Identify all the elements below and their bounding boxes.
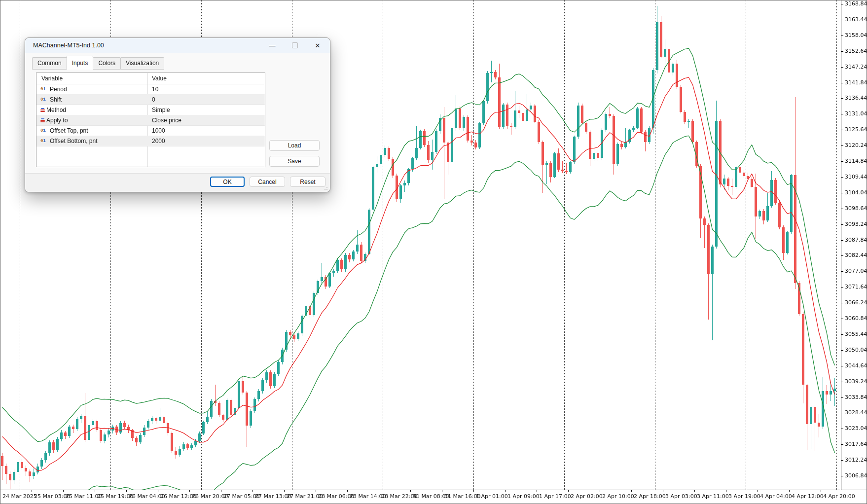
int-param-icon: 01 [40,97,48,102]
int-param-icon: 01 [40,139,48,144]
int-param-icon: 01 [40,128,48,133]
param-name: Period [50,86,67,93]
param-row-offset-top-pnt[interactable]: 01Offset Top, pnt1000 [36,125,265,136]
ok-button[interactable]: OK [210,177,245,187]
mt5-chart-window: { "dialog": { "title": "MAChannel-MT5-In… [0,0,867,504]
param-value[interactable]: 0 [147,96,265,103]
cancel-button[interactable]: Cancel [250,177,285,187]
param-value[interactable]: 1000 [147,127,265,134]
param-row-shift[interactable]: 01Shift0 [36,94,265,105]
indicator-settings-dialog: MAChannel-MT5-Ind 1.00 — ✕ CommonInputsC… [25,37,330,192]
param-value[interactable]: 10 [147,86,265,93]
column-header-value: Value [147,75,265,82]
table-header-row: VariableValue [36,73,265,84]
column-header-variable: Variable [36,75,147,82]
maximize-button [284,38,306,53]
param-name: Offset Top, pnt [50,127,88,134]
chart-stage: MAChannel-MT5-Ind 1.00 — ✕ CommonInputsC… [0,0,867,504]
tab-colors[interactable]: Colors [93,57,121,70]
window-controls: — ✕ [261,38,329,53]
tab-inputs[interactable]: Inputs [67,56,94,70]
param-row-apply-to[interactable]: Apply toClose price [36,115,265,126]
param-value[interactable]: Simple [147,107,265,113]
param-name: Shift [50,96,62,103]
tab-common[interactable]: Common [32,57,67,70]
dialog-titlebar[interactable]: MAChannel-MT5-Ind 1.00 — ✕ [25,38,330,53]
load-button[interactable]: Load [269,140,320,151]
param-name: Method [46,107,66,113]
param-name: Apply to [46,117,68,124]
dialog-title: MAChannel-MT5-Ind 1.00 [33,42,104,49]
parameters-table: VariableValue01Period1001Shift0MethodSim… [36,72,265,167]
int-param-icon: 01 [40,87,48,92]
param-row-method[interactable]: MethodSimple [36,105,265,115]
param-name: Offset Bottom, pnt [50,138,98,144]
dialog-tabs: CommonInputsColorsVisualization [32,57,164,70]
resize-grip-icon[interactable] [323,185,327,190]
maximize-icon [292,42,298,48]
save-button[interactable]: Save [269,156,320,167]
param-value[interactable]: Close price [147,117,265,124]
param-row-period[interactable]: 01Period10 [36,84,265,95]
enum-param-icon [40,118,45,122]
param-value[interactable]: 2000 [147,138,265,144]
param-row-offset-bottom-pnt[interactable]: 01Offset Bottom, pnt2000 [36,136,265,146]
close-button[interactable]: ✕ [306,38,329,53]
enum-param-icon [40,108,45,112]
minimize-button[interactable]: — [261,38,284,53]
reset-button[interactable]: Reset [290,177,325,187]
tab-visualization[interactable]: Visualization [120,57,164,70]
